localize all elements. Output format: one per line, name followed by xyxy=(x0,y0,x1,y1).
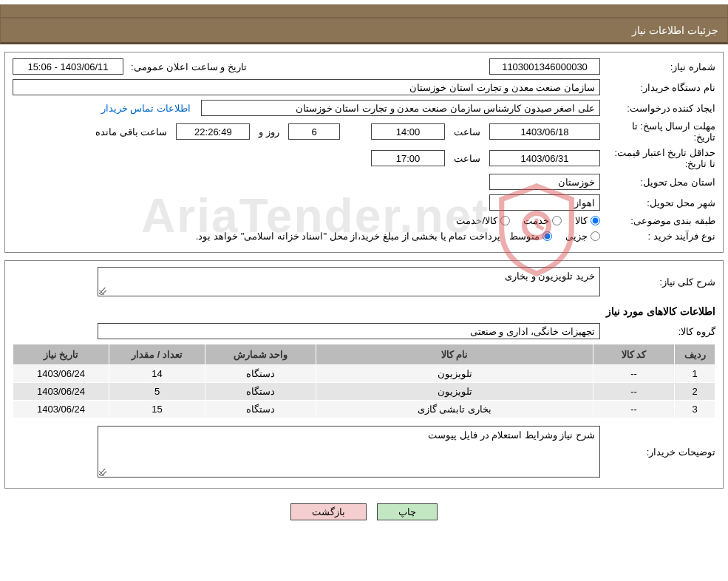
th-name: نام کالا xyxy=(316,344,593,365)
min-price-date-field: 1403/06/31 xyxy=(489,150,600,166)
buy-type-radio-partial[interactable]: جزیی xyxy=(565,231,600,242)
min-price-hour-field: 17:00 xyxy=(371,150,445,166)
announce-field: 1403/06/11 - 15:06 xyxy=(13,58,123,75)
back-button[interactable]: بازگشت xyxy=(290,503,367,520)
buy-type-note: پرداخت تمام یا بخشی از مبلغ خرید،از محل … xyxy=(191,231,505,242)
cell-date: 1403/06/24 xyxy=(13,401,109,418)
th-idx: ردیف xyxy=(675,344,715,365)
resize-handle-icon[interactable] xyxy=(99,288,106,295)
countdown-field: 22:26:49 xyxy=(176,123,250,140)
table-row: 3--بخاری تابشی گازیدستگاه151403/06/24 xyxy=(13,401,715,418)
items-table: ردیف کد کالا نام کالا واحد شمارش تعداد /… xyxy=(13,344,715,418)
cell-date: 1403/06/24 xyxy=(13,383,109,401)
group-field: تجهیزات خانگی، اداری و صنعتی xyxy=(98,323,600,339)
buyer-note-field: شرح نیاز وشرایط استعلام در فایل پیوست xyxy=(98,426,600,478)
cell-code: -- xyxy=(593,401,675,418)
buyer-contact-link[interactable]: اطلاعات تماس خریدار xyxy=(101,103,191,114)
th-date: تاریخ نیاز xyxy=(13,344,109,365)
class-radio-service[interactable]: خدمت xyxy=(523,215,562,226)
class-radio-goods-input[interactable] xyxy=(591,216,600,225)
need-no-label: شماره نیاز: xyxy=(605,61,715,72)
cell-date: 1403/06/24 xyxy=(13,365,109,383)
need-desc-label: شرح کلی نیاز: xyxy=(605,276,715,288)
top-strip xyxy=(0,4,728,18)
page-title-bar: جزئیات اطلاعات نیاز xyxy=(0,18,728,44)
cell-name: بخاری تابشی گازی xyxy=(316,401,593,418)
buyer-org-field: سازمان صنعت معدن و تجارت استان خوزستان xyxy=(13,79,600,95)
buy-type-radio-medium-input[interactable] xyxy=(542,231,552,241)
table-row: 1--تلویزیوندستگاه141403/06/24 xyxy=(13,365,715,383)
province-field: خوزستان xyxy=(489,174,600,190)
requester-field: علی اصغر صیدون کارشناس سازمان صنعت معدن … xyxy=(201,100,600,116)
hour-label-1: ساعت xyxy=(449,126,485,137)
print-button[interactable]: چاپ xyxy=(377,503,438,520)
cell-unit: دستگاه xyxy=(205,365,316,383)
cell-idx: 3 xyxy=(675,401,715,418)
class-radio-goods-service-input[interactable] xyxy=(500,216,510,225)
day-word: روز و xyxy=(254,126,284,137)
cell-name: تلویزیون xyxy=(316,383,593,401)
buy-type-label: نوع فرآیند خرید : xyxy=(605,231,715,242)
cell-idx: 1 xyxy=(675,365,715,383)
th-qty: تعداد / مقدار xyxy=(109,344,205,365)
cell-qty: 5 xyxy=(109,383,205,401)
cell-code: -- xyxy=(593,383,675,401)
deadline-label: مهلت ارسال پاسخ: تا تاریخ: xyxy=(605,120,715,143)
class-label: طبقه بندی موضوعی: xyxy=(605,215,715,226)
cell-unit: دستگاه xyxy=(205,383,316,401)
class-radio-goods[interactable]: کالا xyxy=(575,215,600,226)
buy-type-radio-group: جزیی متوسط xyxy=(509,231,600,242)
days-left-field: 6 xyxy=(288,123,340,140)
items-section-title: اطلاعات کالاهای مورد نیاز xyxy=(13,305,715,317)
requester-label: ایجاد کننده درخواست: xyxy=(605,103,715,114)
hour-label-2: ساعت xyxy=(449,153,485,164)
cell-idx: 2 xyxy=(675,383,715,401)
class-radio-service-input[interactable] xyxy=(552,216,562,225)
cell-qty: 14 xyxy=(109,365,205,383)
need-desc-field: خرید تلویزیون و بخاری xyxy=(98,267,600,296)
button-bar: چاپ بازگشت xyxy=(0,496,728,528)
group-label: گروه کالا: xyxy=(605,326,715,337)
class-radio-group: کالا خدمت کالا/خدمت xyxy=(456,215,600,226)
min-price-label: حداقل تاریخ اعتبار قیمت: تا تاریخ: xyxy=(605,147,715,169)
remain-label: ساعت باقی مانده xyxy=(91,126,171,137)
cell-code: -- xyxy=(593,365,675,383)
th-code: کد کالا xyxy=(593,344,675,365)
page-title: جزئیات اطلاعات نیاز xyxy=(632,24,718,36)
buy-type-radio-medium[interactable]: متوسط xyxy=(509,231,552,242)
city-label: شهر محل تحویل: xyxy=(605,197,715,208)
deadline-date-field: 1403/06/18 xyxy=(489,123,600,140)
cell-name: تلویزیون xyxy=(316,365,593,383)
province-label: استان محل تحویل: xyxy=(605,177,715,188)
deadline-hour-field: 14:00 xyxy=(371,123,445,140)
need-details-panel: شماره نیاز: 1103001346000030 تاریخ و ساع… xyxy=(4,52,724,253)
need-no-field: 1103001346000030 xyxy=(489,58,600,75)
city-field: اهواز xyxy=(489,194,600,211)
table-row: 2--تلویزیوندستگاه51403/06/24 xyxy=(13,383,715,401)
cell-unit: دستگاه xyxy=(205,401,316,418)
announce-label: تاریخ و ساعت اعلان عمومی: xyxy=(128,61,247,72)
need-items-panel: شرح کلی نیاز: خرید تلویزیون و بخاری اطلا… xyxy=(4,260,724,489)
resize-handle-icon[interactable] xyxy=(99,469,106,476)
buy-type-radio-partial-input[interactable] xyxy=(591,231,600,241)
class-radio-goods-service[interactable]: کالا/خدمت xyxy=(456,215,510,226)
cell-qty: 15 xyxy=(109,401,205,418)
buyer-note-label: توضیحات خریدار: xyxy=(605,446,715,458)
th-unit: واحد شمارش xyxy=(205,344,316,365)
buyer-org-label: نام دستگاه خریدار: xyxy=(605,82,715,93)
